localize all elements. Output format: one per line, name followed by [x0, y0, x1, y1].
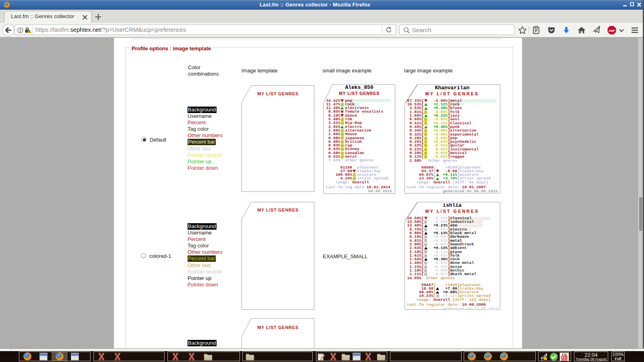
- svg-text:AUG: AUG: [561, 359, 568, 362]
- svg-text:ABP: ABP: [609, 29, 615, 33]
